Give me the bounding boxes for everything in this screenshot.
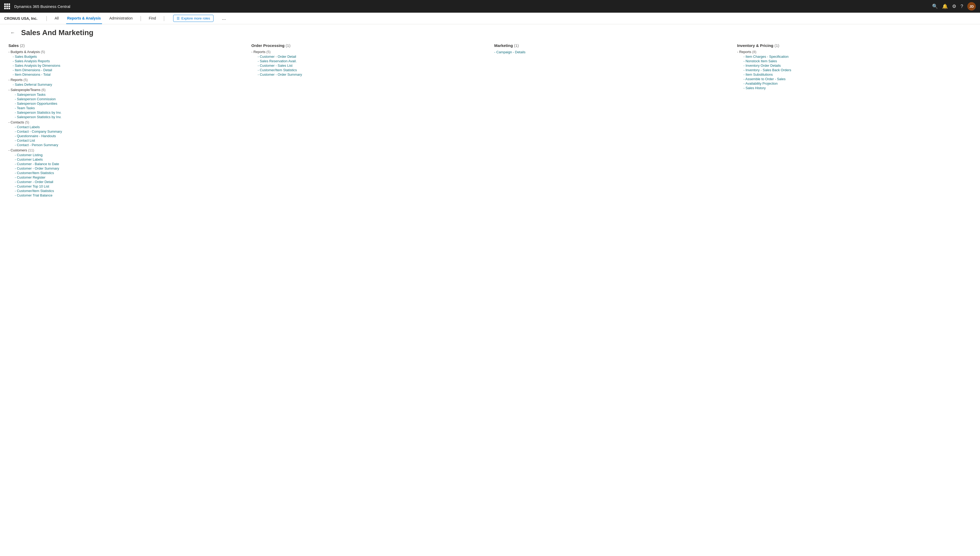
link-item-dimensions-detail[interactable]: - Item Dimensions - Detail [13,68,243,72]
marketing-column: Marketing (1) - Campaign - Details [494,43,729,199]
reports-label: - Reports (5) [8,78,243,82]
help-icon[interactable]: ? [961,4,963,9]
link-item-charges-specification[interactable]: - Item Charges - Specification [743,54,972,59]
link-customer-order-detail-op[interactable]: - Customer - Order Detail [258,54,486,59]
back-icon: ← [10,30,15,36]
tab-administration[interactable]: Administration [108,13,134,24]
top-nav-icons: 🔍 🔔 ⚙ ? JD [932,2,976,11]
link-sales-reservation-avail[interactable]: - Sales Reservation Avail. [258,59,486,63]
link-inventory-sales-back-orders[interactable]: - Inventory - Sales Back Orders [743,68,972,72]
link-availability-projection[interactable]: - Availability Projection [743,81,972,86]
customers-category: - Customers (11) - Customer Listing - Cu… [8,148,243,197]
link-salesperson-commission[interactable]: - Salesperson Commission [15,97,243,101]
link-questionnaire-handouts[interactable]: - Questionnaire - Handouts [15,134,243,138]
campaign-category: - Campaign - Details [494,50,729,54]
link-contact-person-summary[interactable]: - Contact - Person Summary [15,143,243,147]
link-salesperson-opportunities[interactable]: - Salesperson Opportunities [15,101,243,106]
link-customer-trial-balance[interactable]: - Customer Trial Balance [15,193,243,197]
link-assemble-to-order-sales[interactable]: - Assemble to Order - Sales [743,77,972,81]
bell-icon[interactable]: 🔔 [942,3,948,9]
link-customer-sales-list[interactable]: - Customer - Sales List [258,63,486,68]
link-customer-balance-to-date[interactable]: - Customer - Balance to Date [15,162,243,166]
reports-category: - Reports (5) - Sales Deferral Summary [8,78,243,87]
explore-roles-label: Explore more roles [181,16,210,20]
link-campaign-details[interactable]: - Campaign - Details [494,50,729,54]
back-button[interactable]: ← [8,29,17,37]
nav-divider-2: | [140,15,141,21]
link-customer-order-summary-op[interactable]: - Customer - Order Summary [258,72,486,77]
main-content: ← Sales And Marketing Sales (2) - Budget… [0,24,980,556]
budgets-analysis-category: - Budgets & Analysis (5) - Sales Budgets… [8,50,243,77]
link-sales-deferral-summary[interactable]: - Sales Deferral Summary [13,82,243,87]
contacts-label: - Contacts (5) [8,120,243,124]
link-team-tasks[interactable]: - Team Tasks [15,106,243,110]
salespeople-teams-label: - Salespeople/Teams (6) [8,88,243,92]
link-customer-order-detail[interactable]: - Customer - Order Detail [15,179,243,184]
contacts-category: - Contacts (5) - Contact Labels - Contac… [8,120,243,147]
salespeople-teams-category: - Salespeople/Teams (6) - Salesperson Ta… [8,88,243,119]
more-button[interactable]: ... [220,15,228,22]
secondary-nav: CRONUS USA, Inc. | All Reports & Analysi… [0,13,980,24]
settings-icon[interactable]: ⚙ [952,3,956,9]
link-sales-analysis-by-dimensions[interactable]: - Sales Analysis by Dimensions [13,63,243,68]
explore-roles-button[interactable]: ☰ Explore more roles [173,15,213,22]
link-customer-register[interactable]: - Customer Register [15,175,243,179]
order-processing-reports-label: - Reports (5) [251,50,486,54]
link-item-dimensions-total[interactable]: - Item Dimensions - Total [13,72,243,77]
top-nav: Dynamics 365 Business Central 🔍 🔔 ⚙ ? JD [0,0,980,13]
content-grid: Sales (2) - Budgets & Analysis (5) - Sal… [8,43,972,199]
link-salesperson-stats-inv-2[interactable]: - Salesperson Statistics by Inv. [15,115,243,119]
user-avatar[interactable]: JD [967,2,976,11]
link-sales-history[interactable]: - Sales History [743,86,972,90]
link-customer-item-statistics-1[interactable]: - Customer/Item Statistics [15,171,243,175]
tab-find[interactable]: Find [148,13,157,24]
search-icon[interactable]: 🔍 [932,3,938,9]
inventory-reports-category: - Reports (8) - Item Charges - Specifica… [737,50,972,90]
sales-column: Sales (2) - Budgets & Analysis (5) - Sal… [8,43,243,199]
link-customer-item-statistics-op[interactable]: - Customer/Item Statistics [258,68,486,72]
sales-section-title: Sales (2) [8,43,243,48]
link-salesperson-tasks[interactable]: - Salesperson Tasks [15,92,243,97]
link-nonstock-item-sales[interactable]: - Nonstock Item Sales [743,59,972,63]
waffle-menu[interactable] [4,3,10,9]
order-processing-column: Order Processing (1) - Reports (5) - Cus… [251,43,486,199]
link-contact-labels[interactable]: - Contact Labels [15,125,243,129]
app-name: Dynamics 365 Business Central [14,4,70,9]
link-customer-labels[interactable]: - Customer Labels [15,157,243,162]
link-item-substitutions[interactable]: - Item Substitutions [743,72,972,77]
tab-all[interactable]: All [53,13,60,24]
link-inventory-order-details[interactable]: - Inventory Order Details [743,63,972,68]
order-processing-reports-category: - Reports (5) - Customer - Order Detail … [251,50,486,77]
link-customer-listing[interactable]: - Customer Listing [15,153,243,157]
link-contact-company-summary[interactable]: - Contact - Company Summary [15,129,243,134]
page-header: ← Sales And Marketing [8,29,972,37]
link-salesperson-stats-inv-1[interactable]: - Salesperson Statistics by Inv. [15,110,243,115]
budgets-analysis-label: - Budgets & Analysis (5) [8,50,243,54]
inventory-reports-label: - Reports (8) [737,50,972,54]
company-name: CRONUS USA, Inc. [4,16,37,21]
explore-icon: ☰ [177,16,180,20]
page-title: Sales And Marketing [21,29,93,37]
marketing-section-title: Marketing (1) [494,43,729,48]
link-customer-order-summary[interactable]: - Customer - Order Summary [15,166,243,171]
order-processing-section-title: Order Processing (1) [251,43,486,48]
link-contact-list[interactable]: - Contact List [15,138,243,143]
customers-label: - Customers (11) [8,148,243,152]
inventory-pricing-section-title: Inventory & Pricing (1) [737,43,972,48]
link-sales-analysis-reports[interactable]: - Sales Analysis Reports [13,59,243,63]
nav-divider-3: | [163,15,165,21]
link-customer-top-10-list[interactable]: - Customer Top 10 List [15,184,243,189]
tab-reports-analysis[interactable]: Reports & Analysis [66,13,102,24]
inventory-pricing-column: Inventory & Pricing (1) - Reports (8) - … [737,43,972,199]
link-customer-item-statistics-2[interactable]: - Customer/Item Statistics [15,189,243,193]
nav-divider: | [46,15,47,21]
link-sales-budgets[interactable]: - Sales Budgets [13,54,243,59]
